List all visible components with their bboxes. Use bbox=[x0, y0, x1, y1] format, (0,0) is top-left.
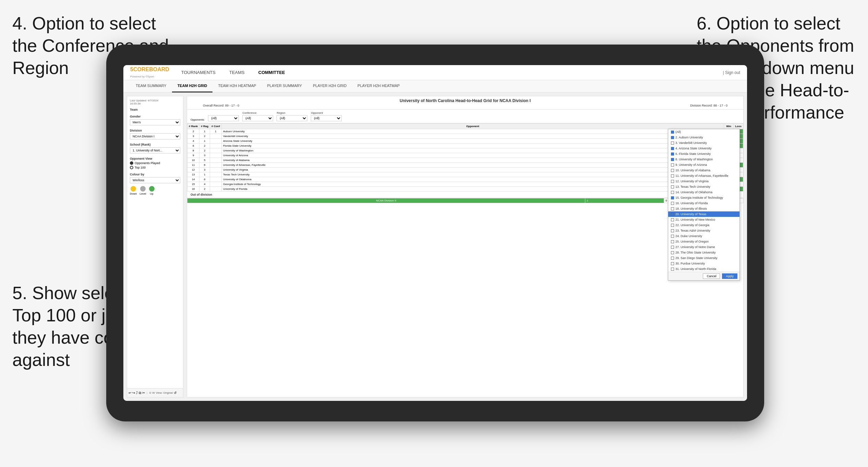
dropdown-item[interactable]: 2. Auburn University bbox=[668, 135, 739, 140]
cell-rag: 6 bbox=[199, 163, 210, 168]
dropdown-item[interactable]: 22. University of Georgia bbox=[668, 222, 739, 228]
apply-button[interactable]: Apply bbox=[722, 273, 737, 279]
checkbox-23 bbox=[671, 257, 674, 260]
legend-down-circle bbox=[131, 186, 136, 192]
dropdown-item[interactable]: 9. University of Arizona bbox=[668, 162, 739, 168]
tab-team-h2h-grid[interactable]: TEAM H2H GRID bbox=[172, 80, 213, 93]
toolbar-copy[interactable]: ⧉ bbox=[139, 391, 141, 395]
toolbar-cut[interactable]: ✂ bbox=[142, 391, 145, 395]
dropdown-item[interactable]: 15. Georgia Institute of Technology bbox=[668, 195, 739, 200]
dropdown-item[interactable]: 27. University of Notre Dame bbox=[668, 244, 739, 250]
checkbox-20 bbox=[671, 240, 674, 243]
table-scroll[interactable]: # Rank # Rag # Conf Opponent Win Loss 2 … bbox=[187, 123, 743, 203]
dropdown-item[interactable]: 16. University of Florida bbox=[668, 200, 739, 206]
table-row: 9 3 University of Arizona 1 0 bbox=[187, 153, 743, 158]
cell-rank: 12 bbox=[187, 168, 199, 172]
school-section: School (Rank) 1. University of Nort... bbox=[130, 143, 180, 153]
opponents-filter[interactable]: (All) bbox=[208, 115, 239, 121]
dropdown-item[interactable]: 4. Arizona State University bbox=[668, 146, 739, 151]
cell-rank: 11 bbox=[187, 163, 199, 168]
nav-tournaments[interactable]: TOURNAMENTS bbox=[180, 70, 217, 75]
checkbox-0 bbox=[671, 131, 674, 134]
legend-row: Down Level Up bbox=[130, 186, 180, 195]
toolbar: ↩ ↪ ⤴ ⧉ ✂ | ⊙ W View: Original ↺ bbox=[127, 388, 183, 397]
last-updated: Last Updated: 4/7/2024 16:55:38 bbox=[130, 99, 180, 105]
region-filter-group: Region (All) bbox=[277, 111, 307, 121]
toolbar-undo[interactable]: ↩ bbox=[129, 391, 131, 395]
table-row: 15 4 Georgia Institute of Technology 5 0 bbox=[187, 182, 743, 187]
cell-conf bbox=[210, 163, 222, 168]
nav-sign-out[interactable]: | Sign out bbox=[723, 70, 740, 75]
dropdown-item[interactable]: 28. The Ohio State University bbox=[668, 250, 739, 255]
tab-player-h2h-grid[interactable]: PLAYER H2H GRID bbox=[307, 80, 352, 93]
dropdown-item[interactable]: (All) bbox=[668, 129, 739, 135]
toolbar-redo[interactable]: ↪ bbox=[132, 391, 135, 395]
conference-filter[interactable]: (All) bbox=[242, 115, 273, 121]
tab-team-summary[interactable]: TEAM SUMMARY bbox=[130, 80, 172, 93]
cell-rag: 1 bbox=[199, 129, 210, 134]
tab-team-h2h-heatmap[interactable]: TEAM H2H HEATMAP bbox=[212, 80, 261, 93]
radio-top-100[interactable]: Top 100 bbox=[130, 166, 180, 169]
cell-conf bbox=[210, 153, 222, 158]
tab-player-h2h-heatmap[interactable]: PLAYER H2H HEATMAP bbox=[352, 80, 405, 93]
dropdown-item[interactable]: 30. Purdue University bbox=[668, 261, 739, 266]
nav-teams[interactable]: TEAMS bbox=[228, 70, 246, 75]
col-win: Win bbox=[724, 124, 734, 129]
cell-opponent: University of Washington bbox=[221, 148, 724, 153]
checkbox-5 bbox=[671, 158, 674, 161]
cell-opponent: Arizona State University bbox=[221, 139, 724, 144]
cell-rank: 2 bbox=[187, 129, 199, 134]
dropdown-item[interactable]: 10. University of Alabama bbox=[668, 168, 739, 173]
radio-opponents-played[interactable]: Opponents Played bbox=[130, 161, 180, 165]
dropdown-item[interactable]: 18. University of Illinois bbox=[668, 206, 739, 211]
logo: 5COREBOARD Powered by ©Sport bbox=[130, 66, 169, 79]
dropdown-item[interactable]: 3. Vanderbilt University bbox=[668, 140, 739, 146]
dropdown-item[interactable]: 13. Texas Tech University bbox=[668, 184, 739, 189]
dropdown-item[interactable]: 8. University of Washington bbox=[668, 157, 739, 162]
cell-rag: 2 bbox=[199, 187, 210, 192]
sub-nav: TEAM SUMMARY TEAM H2H GRID TEAM H2H HEAT… bbox=[123, 80, 747, 93]
cell-conf bbox=[210, 172, 222, 177]
dropdown-item[interactable]: 31. University of North Florida bbox=[668, 266, 739, 272]
table-row: 3 2 Vanderbilt University 0 4 bbox=[187, 134, 743, 139]
opponent-filter[interactable]: (All) bbox=[311, 115, 342, 121]
dropdown-item[interactable]: 14. University of Oklahoma bbox=[668, 189, 739, 195]
colour-by-select[interactable]: Win/loss bbox=[130, 177, 180, 183]
dropdown-item[interactable]: 6. Florida State University bbox=[668, 151, 739, 157]
tab-player-summary[interactable]: PLAYER SUMMARY bbox=[261, 80, 307, 93]
checkbox-12 bbox=[671, 196, 674, 199]
checkbox-7 bbox=[671, 169, 674, 172]
cell-rank: 13 bbox=[187, 172, 199, 177]
dropdown-item[interactable]: 12. University of Virginia bbox=[668, 179, 739, 184]
opponent-dropdown[interactable]: (All)2. Auburn University3. Vanderbilt U… bbox=[668, 129, 740, 281]
cancel-button[interactable]: Cancel bbox=[703, 273, 720, 279]
dropdown-item[interactable]: 24. Duke University bbox=[668, 233, 739, 239]
dropdown-item[interactable]: 11. University of Arkansas, Fayetteville bbox=[668, 173, 739, 179]
division-record: Division Record: 88 - 17 - 0 bbox=[690, 104, 728, 107]
cell-rank: 8 bbox=[187, 148, 199, 153]
legend-up: Up bbox=[149, 186, 155, 195]
gender-select[interactable]: Men's bbox=[130, 119, 180, 125]
cell-conf bbox=[210, 177, 222, 182]
cell-opponent: Texas Tech University bbox=[221, 172, 724, 177]
dropdown-item[interactable]: 29. San Diego State University bbox=[668, 255, 739, 261]
toolbar-up[interactable]: ⤴ bbox=[136, 391, 138, 395]
dropdown-item[interactable]: 25. University of Oregon bbox=[668, 239, 739, 244]
grid-title: University of North Carolina Head-to-Hea… bbox=[189, 98, 741, 103]
checkbox-9 bbox=[671, 180, 674, 183]
division-select[interactable]: NCAA Division I bbox=[130, 133, 180, 139]
toolbar-clock[interactable]: ↺ bbox=[174, 391, 176, 395]
region-filter[interactable]: (All) bbox=[277, 115, 307, 121]
dropdown-item[interactable]: 20. University of Texas bbox=[668, 211, 739, 217]
cell-rag: 4 bbox=[199, 182, 210, 187]
cell-opponent: University of Arkansas, Fayetteville bbox=[221, 163, 724, 168]
dropdown-item[interactable]: 23. Texas A&M University bbox=[668, 228, 739, 233]
table-row: 8 2 University of Washington 1 0 bbox=[187, 148, 743, 153]
school-select[interactable]: 1. University of Nort... bbox=[130, 147, 180, 153]
checkbox-24 bbox=[671, 262, 674, 265]
nav-committee[interactable]: COMMITTEE bbox=[257, 70, 287, 75]
out-div-row: NCAA Division II 1 0 bbox=[187, 198, 743, 203]
cell-rank: 6 bbox=[187, 144, 199, 148]
dropdown-item[interactable]: 21. University of New Mexico bbox=[668, 217, 739, 222]
team-section: Team bbox=[130, 108, 180, 111]
